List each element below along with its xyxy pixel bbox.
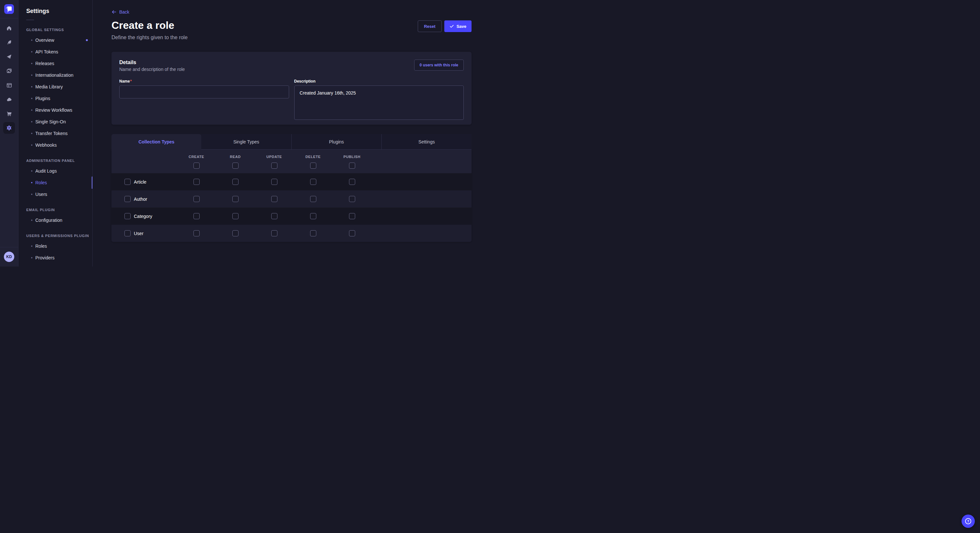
description-textarea[interactable]: Created January 16th, 2025	[294, 86, 464, 120]
tab-settings[interactable]: Settings	[382, 134, 471, 150]
page-title: Create a role	[111, 19, 174, 32]
sidebar-item-roles-up[interactable]: Roles	[19, 240, 92, 252]
name-field-group: Name*	[119, 79, 289, 121]
rail-item-settings[interactable]	[3, 122, 15, 134]
column-header-update: UPDATE	[255, 155, 294, 159]
author-read-checkbox[interactable]	[232, 196, 239, 202]
select-all-publish-checkbox[interactable]	[349, 163, 355, 169]
rail-item-home[interactable]	[3, 22, 15, 34]
name-input[interactable]	[119, 86, 289, 98]
sidebar-item-roles-admin[interactable]: Roles	[19, 177, 92, 189]
administration-panel-list: Audit Logs Roles Users	[19, 165, 92, 200]
sidebar-item-plugins[interactable]: Plugins	[19, 93, 92, 104]
strapi-logo-icon	[4, 4, 14, 14]
select-all-delete-checkbox[interactable]	[310, 163, 316, 169]
main-content: Back Create a role Reset Save Define the…	[93, 0, 490, 266]
rail-item-marketplace[interactable]	[3, 108, 15, 119]
sidebar-item-internationalization[interactable]: Internationalization	[19, 69, 92, 81]
category-update-checkbox[interactable]	[271, 213, 277, 219]
sidebar-item-media-library[interactable]: Media Library	[19, 81, 92, 93]
article-row-checkbox[interactable]	[124, 179, 130, 185]
user-row-checkbox[interactable]	[124, 230, 130, 236]
sidebar-item-overview[interactable]: Overview	[19, 34, 92, 46]
bullet-icon	[31, 133, 32, 134]
article-delete-checkbox[interactable]	[310, 179, 316, 185]
sidebar-item-audit-logs[interactable]: Audit Logs	[19, 165, 92, 177]
bullet-icon	[31, 121, 32, 122]
sidebar-item-transfer-tokens[interactable]: Transfer Tokens	[19, 128, 92, 139]
section-email-plugin: EMAIL PLUGIN	[19, 208, 92, 212]
rail-item-content-manager[interactable]	[3, 79, 15, 91]
category-create-checkbox[interactable]	[194, 213, 200, 219]
rail-bottom: KD	[0, 247, 18, 266]
tab-plugins[interactable]: Plugins	[291, 134, 382, 150]
article-create-checkbox[interactable]	[194, 179, 200, 185]
tab-single-types[interactable]: Single Types	[201, 134, 291, 150]
rail-item-media-library[interactable]	[3, 65, 15, 77]
bullet-icon	[31, 170, 32, 171]
table-row-user: User	[111, 225, 471, 242]
category-publish-checkbox[interactable]	[349, 213, 355, 219]
page-subtitle: Define the rights given to the role	[111, 35, 471, 40]
details-card: Details Name and description of the role…	[111, 52, 471, 125]
bullet-icon	[31, 75, 32, 76]
rail-item-content-type-builder[interactable]	[3, 36, 15, 48]
rail-item-cloud[interactable]	[3, 94, 15, 105]
reset-button[interactable]: Reset	[418, 21, 441, 32]
category-read-checkbox[interactable]	[232, 213, 239, 219]
bullet-icon	[31, 86, 32, 87]
avatar[interactable]: KD	[4, 252, 14, 262]
bullet-icon	[31, 109, 32, 111]
table-row-article: Article	[111, 173, 471, 190]
sidebar-item-users[interactable]: Users	[19, 189, 92, 200]
users-with-role-button[interactable]: 0 users with this role	[414, 60, 464, 71]
back-link[interactable]: Back	[111, 9, 129, 15]
subnav-divider	[26, 20, 34, 20]
user-create-checkbox[interactable]	[194, 230, 200, 236]
layout-icon	[6, 82, 12, 88]
main-nav-rail: KD	[0, 0, 19, 266]
sidebar-item-review-workflows[interactable]: Review Workflows	[19, 104, 92, 116]
article-update-checkbox[interactable]	[271, 179, 277, 185]
sidebar-item-configuration[interactable]: Configuration	[19, 214, 92, 226]
cloud-icon	[6, 97, 12, 102]
description-field-group: Description Created January 16th, 2025	[294, 79, 464, 121]
details-title: Details	[119, 60, 464, 65]
required-asterisk: *	[130, 79, 132, 84]
sidebar-item-single-sign-on[interactable]: Single Sign-On	[19, 116, 92, 128]
article-publish-checkbox[interactable]	[349, 179, 355, 185]
column-header-delete: DELETE	[294, 155, 332, 159]
select-all-create-checkbox[interactable]	[194, 163, 200, 169]
sidebar-item-webhooks[interactable]: Webhooks	[19, 139, 92, 151]
category-row-checkbox[interactable]	[124, 213, 130, 219]
app-root: KD Settings GLOBAL SETTINGS Overview API…	[0, 0, 490, 266]
author-publish-checkbox[interactable]	[349, 196, 355, 202]
logo-button[interactable]	[0, 0, 18, 19]
article-read-checkbox[interactable]	[232, 179, 239, 185]
user-publish-checkbox[interactable]	[349, 230, 355, 236]
select-all-read-checkbox[interactable]	[232, 163, 239, 169]
section-users-permissions-plugin: USERS & PERMISSIONS PLUGIN	[19, 234, 92, 238]
user-update-checkbox[interactable]	[271, 230, 277, 236]
sidebar-item-api-tokens[interactable]: API Tokens	[19, 46, 92, 58]
tab-collection-types[interactable]: Collection Types	[111, 134, 201, 150]
feather-icon	[6, 40, 12, 45]
bullet-icon	[31, 63, 32, 64]
section-administration-panel: ADMINISTRATION PANEL	[19, 159, 92, 163]
author-create-checkbox[interactable]	[194, 196, 200, 202]
select-all-update-checkbox[interactable]	[271, 163, 277, 169]
save-button[interactable]: Save	[444, 21, 471, 32]
author-row-checkbox[interactable]	[124, 196, 130, 202]
sidebar-item-providers[interactable]: Providers	[19, 252, 92, 263]
permissions-tabs: Collection Types Single Types Plugins Se…	[111, 134, 471, 150]
sidebar-item-releases[interactable]: Releases	[19, 58, 92, 69]
author-delete-checkbox[interactable]	[310, 196, 316, 202]
user-delete-checkbox[interactable]	[310, 230, 316, 236]
author-update-checkbox[interactable]	[271, 196, 277, 202]
global-settings-list: Overview API Tokens Releases Internation…	[19, 34, 92, 151]
user-read-checkbox[interactable]	[232, 230, 239, 236]
rail-item-deploy[interactable]	[3, 51, 15, 62]
details-subtitle: Name and description of the role	[119, 67, 464, 72]
category-delete-checkbox[interactable]	[310, 213, 316, 219]
bullet-icon	[31, 194, 32, 195]
